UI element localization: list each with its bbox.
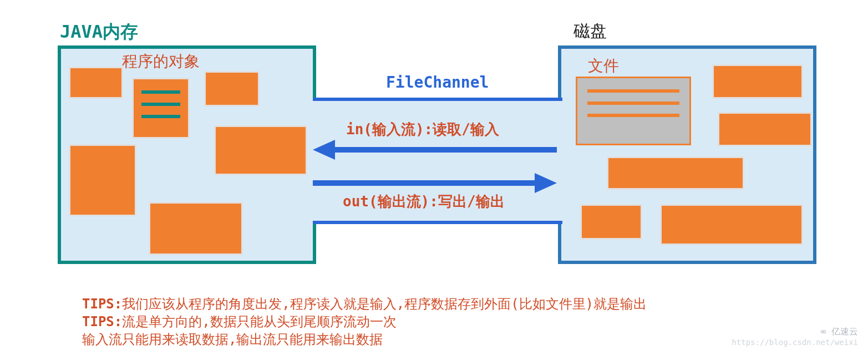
object-block xyxy=(149,202,243,255)
program-objects-label: 程序的对象 xyxy=(122,51,200,72)
disk-title: 磁盘 xyxy=(573,20,607,43)
object-block xyxy=(214,125,307,175)
input-stream-arrow-icon xyxy=(313,139,557,161)
java-memory-title: JAVA内存 xyxy=(60,20,138,44)
disk-block xyxy=(580,204,642,240)
file-channel-label: FileChannel xyxy=(386,73,489,92)
svg-marker-1 xyxy=(313,140,335,160)
input-stream-label: in(输入流):读取/输入 xyxy=(346,120,499,139)
file-label: 文件 xyxy=(588,55,619,77)
tips-line-2: 流是单方向的,数据只能从头到尾顺序流动一次 xyxy=(122,314,396,329)
brand-watermark: ∞ 亿速云 xyxy=(821,326,858,338)
url-watermark: https://blog.csdn.net/weixi xyxy=(732,338,858,347)
tips-text: TIPS:我们应该从程序的角度出发,程序读入就是输入,程序数据存到外面(比如文件… xyxy=(82,295,647,348)
disk-block xyxy=(718,112,812,146)
object-block xyxy=(69,144,136,216)
disk-block xyxy=(712,64,803,99)
object-block xyxy=(204,71,260,106)
output-stream-label: out(输出流):写出/输出 xyxy=(343,192,505,211)
tips-prefix: TIPS: xyxy=(82,314,122,329)
disk-block xyxy=(607,156,744,190)
svg-marker-3 xyxy=(535,173,557,193)
tips-line-1: 我们应该从程序的角度出发,程序读入就是输入,程序数据存到外面(比如文件里)就是输… xyxy=(122,296,647,312)
tips-prefix: TIPS: xyxy=(82,296,122,312)
disk-block xyxy=(660,204,803,245)
object-block xyxy=(69,67,123,99)
tips-line-3: 输入流只能用来读取数据,输出流只能用来输出数据 xyxy=(82,331,647,348)
object-block-with-lines xyxy=(132,78,190,139)
file-box xyxy=(576,77,691,145)
output-stream-arrow-icon xyxy=(313,172,557,194)
